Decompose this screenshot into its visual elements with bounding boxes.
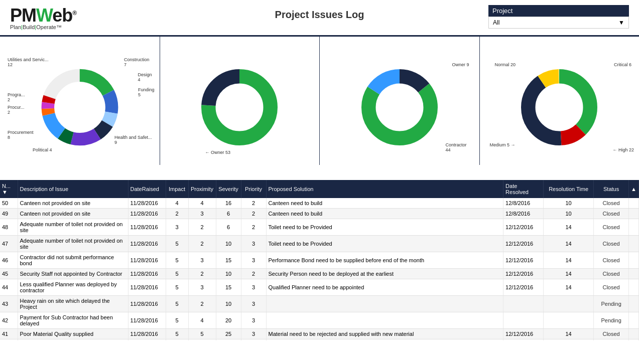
cell-impact: 3	[166, 219, 188, 236]
cell-desc: Adequate number of toilet not provided o…	[18, 236, 128, 252]
donut-raised: ← Owner 53	[165, 55, 315, 160]
cell-scroll-filler	[629, 219, 639, 236]
cell-date: 11/28/2016	[128, 219, 166, 236]
cell-impact: 5	[166, 329, 188, 339]
table-row[interactable]: 46 Contractor did not submit performance…	[0, 252, 639, 269]
cell-priority: 3	[241, 252, 266, 269]
chart-label-funding: Funding5	[138, 87, 155, 97]
cell-severity: 10	[216, 269, 241, 279]
cell-resolution-time: 14	[544, 252, 594, 269]
cell-proximity: 5	[188, 329, 216, 339]
issues-table-container[interactable]: N... ▼ Description of Issue DateRaised I…	[0, 180, 639, 340]
cell-proximity: 4	[188, 312, 216, 329]
cell-status: Closed	[594, 198, 629, 209]
table-row[interactable]: 43 Heavy rain on site which delayed the …	[0, 296, 639, 312]
cell-priority: 3	[241, 312, 266, 329]
logo-w: W	[36, 5, 52, 26]
cell-resolution-time	[544, 296, 594, 312]
cell-scroll-filler	[629, 329, 639, 339]
col-header-priority[interactable]: Priority	[241, 180, 266, 198]
cell-desc: Contractor did not submit performance bo…	[18, 252, 128, 269]
cell-num: 43	[0, 296, 18, 312]
cell-status: Closed	[594, 279, 629, 296]
col-header-solution[interactable]: Proposed Solution	[266, 180, 503, 198]
cell-status: Closed	[594, 209, 629, 219]
cell-severity: 10	[216, 296, 241, 312]
donut-owner-svg	[352, 60, 447, 155]
cell-status: Pending	[594, 312, 629, 329]
table-row[interactable]: 44 Less qualified Planner was deployed b…	[0, 279, 639, 296]
cell-solution: Canteen need to build	[266, 198, 503, 209]
cell-solution: Need to appoint new supplier	[266, 339, 503, 341]
cell-solution: Toilet need to be Provided	[266, 236, 503, 252]
chart-body-raised: ← Owner 53	[160, 50, 320, 165]
logo-sub: Plan|Build|Operate™	[10, 24, 110, 30]
col-header-date[interactable]: DateRaised	[128, 180, 166, 198]
chart-title-raised: Actions By Raised By	[160, 37, 320, 50]
project-select[interactable]: All ▼	[488, 17, 629, 29]
cell-priority: 3	[241, 279, 266, 296]
cell-priority: 3	[241, 236, 266, 252]
cell-priority: 3	[241, 329, 266, 339]
col-header-resolution-time[interactable]: Resolution Time	[544, 180, 594, 198]
cell-impact: 5	[166, 236, 188, 252]
divider	[0, 165, 639, 180]
chart-label-contractor44: Contractor44	[445, 142, 466, 152]
table-row[interactable]: 50 Canteen not provided on site 11/28/20…	[0, 198, 639, 209]
cell-num: 41	[0, 329, 18, 339]
cell-status: Closed	[594, 236, 629, 252]
col-header-status[interactable]: Status	[594, 180, 629, 198]
cell-proximity: 3	[188, 209, 216, 219]
chart-label-procur: Procur...2	[8, 105, 25, 115]
table-row[interactable]: 42 Payment for Sub Contractor had been d…	[0, 312, 639, 329]
table-row[interactable]: 45 Security Staff not appointed by Contr…	[0, 269, 639, 279]
col-header-desc[interactable]: Description of Issue	[18, 180, 128, 198]
chart-label-design: Design4	[138, 72, 152, 82]
cell-date: 11/28/2016	[128, 279, 166, 296]
col-header-impact[interactable]: Impact	[166, 180, 188, 198]
charts-section: Actions By Type	[0, 35, 639, 165]
cell-impact: 5	[166, 296, 188, 312]
cell-num: 45	[0, 269, 18, 279]
chart-priority: Actions by Priority Normal 20 Critical 6…	[480, 37, 640, 165]
cell-proximity: 2	[188, 219, 216, 236]
cell-date: 11/28/2016	[128, 296, 166, 312]
cell-date-resolved	[503, 312, 544, 329]
col-header-num[interactable]: N... ▼	[0, 180, 18, 198]
chart-body-type: Utilities and Servic...12 Construction7 …	[0, 50, 160, 165]
donut-raised-svg	[192, 60, 287, 155]
table-row[interactable]: 47 Adequate number of toilet not provide…	[0, 236, 639, 252]
cell-date-resolved: 12/12/2016	[503, 252, 544, 269]
cell-status: Closed	[594, 219, 629, 236]
cell-proximity: 2	[188, 296, 216, 312]
cell-date: 11/28/2016	[128, 198, 166, 209]
table-row[interactable]: 41 Poor Material Quality supplied 11/28/…	[0, 329, 639, 339]
cell-num: 47	[0, 236, 18, 252]
logo: PMWeb® Plan|Build|Operate™	[10, 5, 110, 30]
col-header-proximity[interactable]: Proximity	[188, 180, 216, 198]
cell-severity: 25	[216, 329, 241, 339]
cell-resolution-time: 14	[544, 339, 594, 341]
col-header-scroll: ▲	[629, 180, 639, 198]
cell-impact: 5	[166, 312, 188, 329]
cell-desc: Heavy rain on site which delayed the Pro…	[18, 296, 128, 312]
project-filter: Project All ▼	[488, 5, 629, 29]
donut-type: Utilities and Servic...12 Construction7 …	[5, 55, 155, 160]
col-header-date-resolved[interactable]: Date Resolved	[503, 180, 544, 198]
chart-title-priority: Actions by Priority	[480, 37, 640, 50]
chart-raised-by: Actions By Raised By ← Owner 53	[160, 37, 320, 165]
cell-scroll-filler	[629, 236, 639, 252]
cell-proximity: 3	[188, 279, 216, 296]
table-row[interactable]: 40 Supplier not ready to deliver goods a…	[0, 339, 639, 341]
col-header-severity[interactable]: Severity	[216, 180, 241, 198]
table-row[interactable]: 49 Canteen not provided on site 11/28/20…	[0, 209, 639, 219]
donut-owner: Owner 9 Contractor44	[325, 55, 474, 160]
chart-label-owner9: Owner 9	[452, 62, 469, 67]
cell-severity: 16	[216, 198, 241, 209]
cell-date: 11/28/2016	[128, 209, 166, 219]
cell-priority: 3	[241, 339, 266, 341]
project-label: Project	[488, 5, 629, 17]
chart-label-normal20: Normal 20	[495, 62, 516, 67]
chart-body-priority: Normal 20 Critical 6 ← High 22 Medium 5 …	[480, 50, 640, 165]
table-row[interactable]: 48 Adequate number of toilet not provide…	[0, 219, 639, 236]
